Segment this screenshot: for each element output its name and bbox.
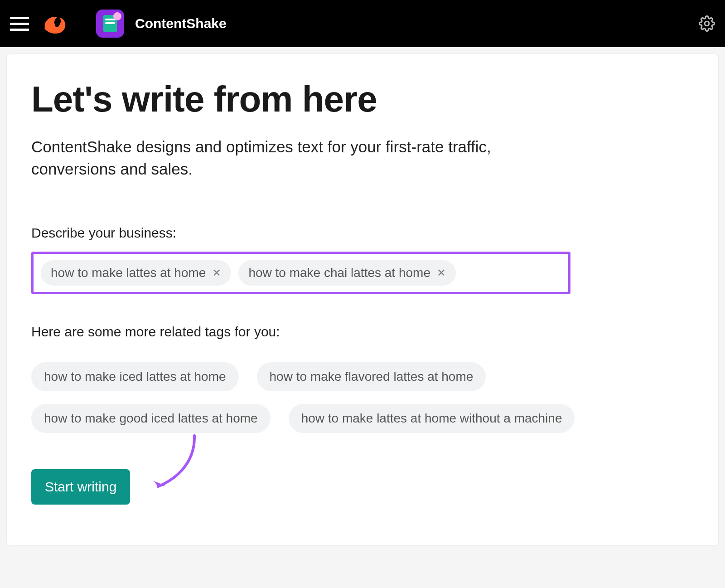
suggested-tag[interactable]: how to make flavored lattes at home — [257, 362, 486, 391]
selected-tag-label: how to make chai lattes at home — [248, 266, 430, 280]
gear-icon[interactable] — [699, 15, 715, 32]
svg-point-0 — [55, 23, 59, 27]
page-title: Let's write from here — [31, 78, 694, 120]
selected-tag-label: how to make lattes at home — [51, 266, 206, 280]
selected-tag: how to make chai lattes at home ✕ — [238, 260, 456, 286]
app-title: ContentShake — [135, 16, 227, 31]
contentshake-app-icon[interactable] — [96, 10, 124, 38]
suggested-tag[interactable]: how to make lattes at home without a mac… — [289, 404, 575, 433]
main-card: Let's write from here ContentShake desig… — [6, 53, 719, 546]
business-tag-input[interactable]: how to make lattes at home ✕ how to make… — [31, 252, 570, 294]
annotation-arrow-icon — [149, 434, 203, 497]
semrush-flame-icon[interactable] — [40, 9, 69, 38]
svg-point-1 — [705, 21, 709, 26]
suggested-tag-label: how to make iced lattes at home — [44, 369, 226, 384]
suggested-tag[interactable]: how to make good iced lattes at home — [31, 404, 271, 433]
describe-business-label: Describe your business: — [31, 225, 694, 241]
suggested-tag-label: how to make lattes at home without a mac… — [301, 411, 562, 426]
related-tags-label: Here are some more related tags for you: — [31, 324, 694, 340]
page-subtitle: ContentShake designs and optimizes text … — [31, 136, 493, 180]
start-writing-button[interactable]: Start writing — [31, 469, 130, 505]
suggested-tag-label: how to make good iced lattes at home — [44, 411, 258, 426]
action-row: Start writing — [31, 469, 694, 505]
suggested-tag-label: how to make flavored lattes at home — [270, 369, 474, 384]
suggested-tag[interactable]: how to make iced lattes at home — [31, 362, 239, 391]
hamburger-menu-icon[interactable] — [10, 14, 29, 33]
related-tags-list: how to make iced lattes at home how to m… — [31, 362, 688, 433]
close-icon[interactable]: ✕ — [212, 267, 221, 278]
top-bar: ContentShake — [0, 0, 725, 47]
selected-tag: how to make lattes at home ✕ — [41, 260, 231, 286]
close-icon[interactable]: ✕ — [437, 267, 446, 278]
